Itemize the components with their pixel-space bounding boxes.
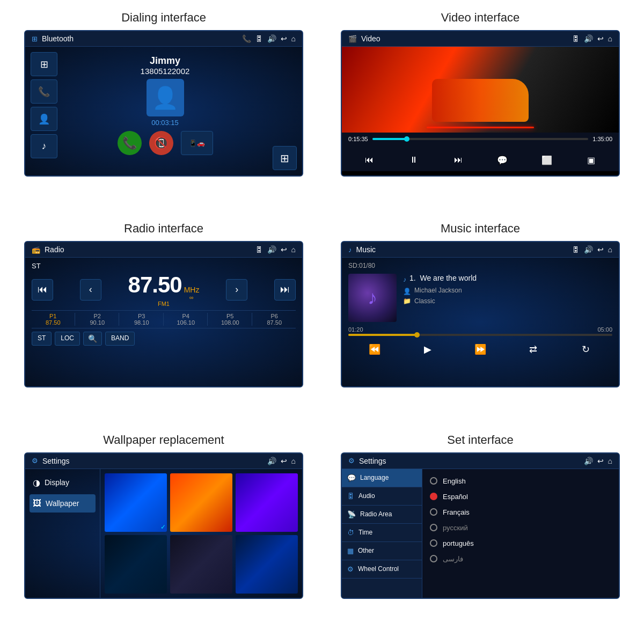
lang-espanol[interactable]: Español bbox=[427, 489, 614, 504]
radio-search-button[interactable]: 🔍 bbox=[83, 332, 102, 346]
radio-back-icon: ↩ bbox=[281, 245, 287, 254]
lang-farsi[interactable]: فارسی bbox=[427, 551, 614, 567]
person-icon: 👤 bbox=[152, 85, 179, 111]
music-repeat-button[interactable]: ↻ bbox=[576, 341, 596, 357]
video-progress-track[interactable] bbox=[372, 138, 589, 140]
contacts-button[interactable]: 👤 bbox=[31, 107, 57, 131]
radio-loc-button[interactable]: LOC bbox=[55, 332, 80, 346]
wallpaper-thumb-3[interactable] bbox=[236, 473, 298, 532]
radio-screen: 📻 Radio 🎛 🔊 ↩ ⌂ ST ⏮ ‹ 87.50 bbox=[24, 241, 303, 387]
lang-francais-radio bbox=[430, 508, 437, 516]
accept-call-button[interactable]: 📞 bbox=[118, 131, 142, 155]
radio-st-button[interactable]: ST bbox=[32, 332, 52, 346]
dialpad-button[interactable]: ⊞ bbox=[273, 146, 297, 170]
settings-language-menu-item[interactable]: 💬 Language bbox=[342, 469, 422, 487]
radio-skip-next-button[interactable]: ⏭ bbox=[274, 279, 296, 301]
video-prev-button[interactable]: ⏮ bbox=[360, 152, 379, 168]
music-cell: Music interface ♪ Music 🎛 🔊 ↩ ⌂ SD:01/80… bbox=[322, 216, 639, 427]
time-icon: ⏱ bbox=[347, 529, 354, 537]
settings-radio-area-menu-item[interactable]: 📡 Radio Area bbox=[342, 506, 422, 524]
wallpaper-wallpaper-menu-item[interactable]: 🖼 Wallpaper bbox=[30, 494, 96, 513]
radio-btns-row: ST LOC 🔍 BAND bbox=[32, 332, 296, 346]
lang-farsi-radio bbox=[430, 555, 437, 562]
video-progress-area: 0:15:35 1:35:00 bbox=[342, 133, 619, 149]
music-ffwd-button[interactable]: ⏩ bbox=[471, 341, 490, 357]
settings-wheel-menu-item[interactable]: ⚙ Wheel Control bbox=[342, 560, 422, 579]
preset-p3[interactable]: P3 98.10 bbox=[120, 313, 164, 326]
music-progress-track[interactable] bbox=[348, 334, 612, 336]
settings-other-menu-item[interactable]: ▦ Other bbox=[342, 542, 422, 560]
video-pause-button[interactable]: ⏸ bbox=[404, 152, 423, 168]
lang-english-radio bbox=[430, 477, 437, 485]
wallpaper-screen-title: Settings bbox=[42, 457, 263, 465]
caller-number: 13805122002 bbox=[141, 67, 190, 76]
preset-p5[interactable]: P5 108.00 bbox=[209, 313, 252, 326]
lang-francais[interactable]: Français bbox=[427, 504, 614, 520]
wallpaper-thumb-2[interactable] bbox=[170, 473, 232, 532]
audio-icon: 🎛 bbox=[347, 492, 354, 500]
keypad-button[interactable]: ⊞ bbox=[31, 52, 57, 76]
settings-title: Set interface bbox=[447, 433, 514, 447]
settings-header: ⚙ Settings 🔊 ↩ ⌂ bbox=[342, 453, 619, 469]
radio-band-button[interactable]: BAND bbox=[105, 332, 135, 346]
music-play-button[interactable]: ▶ bbox=[418, 341, 437, 357]
music-main-row: ♪ ♪ 1. We are the world 👤 Michael Jackso… bbox=[348, 274, 612, 322]
radio-home-icon: ⌂ bbox=[291, 245, 296, 254]
music-button[interactable]: ♪ bbox=[31, 134, 57, 158]
video-chat-button[interactable]: 💬 bbox=[493, 152, 512, 168]
preset-p6[interactable]: P6 87.50 bbox=[253, 313, 296, 326]
settings-sidebar: 💬 Language 🎛 Audio 📡 Radio Area ⏱ Time bbox=[342, 469, 422, 598]
music-progress-area: 01:20 05:00 bbox=[348, 326, 612, 336]
radio-freq-row: ⏮ ‹ 87.50 MHz ∞ FM1 › ⏭ bbox=[32, 272, 296, 307]
lang-espanol-label: Español bbox=[443, 493, 468, 501]
settings-audio-menu-item[interactable]: 🎛 Audio bbox=[342, 487, 422, 506]
music-header: ♪ Music 🎛 🔊 ↩ ⌂ bbox=[342, 242, 619, 258]
dialing-screen-title: Bluetooth bbox=[42, 34, 238, 43]
wallpaper-thumb-6[interactable] bbox=[236, 535, 298, 594]
settings-cell: Set interface ⚙ Settings 🔊 ↩ ⌂ 💬 Languag… bbox=[322, 428, 639, 639]
video-pip-button[interactable]: ▣ bbox=[582, 152, 601, 168]
radio-settings-icon: 🎛 bbox=[255, 245, 263, 254]
music-speaker-icon: 🔊 bbox=[584, 245, 593, 254]
call-mode-button[interactable]: 📱🚗 bbox=[181, 131, 213, 155]
lang-portuguese[interactable]: português bbox=[427, 536, 614, 551]
preset-p4[interactable]: P4 106.10 bbox=[165, 313, 208, 326]
wallpaper-display-menu-item[interactable]: ◑ Display bbox=[30, 473, 96, 492]
phone-icon: 📞 bbox=[242, 34, 251, 43]
dial-right: ⊞ bbox=[273, 52, 297, 170]
music-artist: Michael Jackson bbox=[414, 287, 462, 294]
lang-francais-label: Français bbox=[443, 508, 470, 516]
preset-p1[interactable]: P1 87.50 bbox=[32, 313, 75, 326]
radio-next-button[interactable]: › bbox=[226, 279, 247, 301]
wallpaper-settings-gear-icon: ⚙ bbox=[32, 457, 38, 465]
wallpaper-back-icon: ↩ bbox=[281, 457, 287, 465]
video-header: 🎬 Video 🎛 🔊 ↩ ⌂ bbox=[342, 31, 619, 47]
settings-home-icon: ⌂ bbox=[608, 457, 612, 465]
music-shuffle-button[interactable]: ⇄ bbox=[523, 341, 543, 357]
wallpaper-thumb-5[interactable] bbox=[170, 535, 232, 594]
end-call-button[interactable]: 📵 bbox=[149, 131, 173, 155]
call-button[interactable]: 📞 bbox=[31, 79, 57, 104]
video-screen-button[interactable]: ⬜ bbox=[537, 152, 557, 168]
video-body: 0:15:35 1:35:00 ⏮ ⏸ ⏭ 💬 ⬜ ▣ bbox=[342, 47, 619, 175]
lang-russian-radio bbox=[430, 524, 437, 531]
settings-time-menu-item[interactable]: ⏱ Time bbox=[342, 524, 422, 542]
music-track: 1. We are the world bbox=[409, 274, 477, 282]
wallpaper-sidebar: ◑ Display 🖼 Wallpaper bbox=[25, 469, 100, 598]
radio-prev-button[interactable]: ‹ bbox=[80, 279, 101, 301]
video-next-button[interactable]: ⏭ bbox=[449, 152, 468, 168]
video-screen: 🎬 Video 🎛 🔊 ↩ ⌂ 0:15:35 bbox=[341, 30, 620, 177]
wallpaper-thumb-1[interactable]: ✓ bbox=[105, 473, 167, 532]
video-thumbnail bbox=[342, 47, 619, 133]
radio-skip-back-button[interactable]: ⏮ bbox=[32, 279, 53, 301]
video-cell: Video interface 🎬 Video 🎛 🔊 ↩ ⌂ bbox=[322, 5, 639, 216]
time-label: Time bbox=[358, 529, 372, 536]
wallpaper-thumb-4[interactable] bbox=[105, 535, 167, 594]
preset-p2[interactable]: P2 90.10 bbox=[76, 313, 120, 326]
wallpaper-header-icons: 🔊 ↩ ⌂ bbox=[267, 457, 296, 465]
music-sd-label: SD:01/80 bbox=[348, 262, 612, 269]
music-rewind-button[interactable]: ⏪ bbox=[365, 341, 384, 357]
lang-russian[interactable]: русский bbox=[427, 520, 614, 536]
lang-english[interactable]: English bbox=[427, 473, 614, 489]
wallpaper-header: ⚙ Settings 🔊 ↩ ⌂ bbox=[25, 453, 302, 469]
